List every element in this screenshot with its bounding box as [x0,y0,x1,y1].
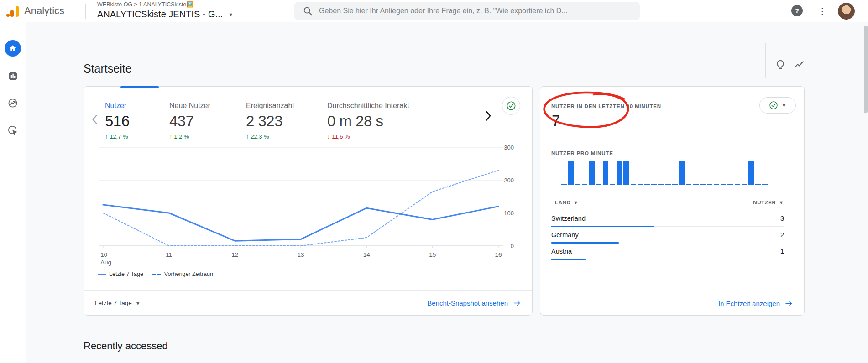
minute-bar [693,184,698,185]
active-metric-tab-indicator [120,86,159,88]
minute-bar [665,184,671,185]
metric-label: Neue Nutzer [169,102,240,110]
minute-bar [596,184,601,185]
svg-text:10: 10 [100,251,107,258]
minute-bar [727,184,733,185]
metric-label: Durchschnittliche Interakt [327,102,421,110]
realtime-user-count: 7 [552,112,560,130]
metric-col-3[interactable]: Durchschnittliche Interakt 0 m 28 s ↓ 11… [321,102,421,140]
svg-text:13: 13 [297,251,304,258]
svg-text:Aug.: Aug. [100,259,113,266]
insights-trend-icon[interactable] [793,58,806,71]
org-switcher-icon[interactable] [764,6,774,16]
svg-text:11: 11 [166,251,172,258]
user-avatar[interactable] [838,3,855,20]
minute-bar [623,161,629,185]
help-icon[interactable]: ? [791,5,803,16]
date-range-selector[interactable]: Letzte 7 Tage ▼ [95,300,141,306]
report-snapshot-link[interactable]: Bericht-Snapshot ansehen [427,299,521,307]
property-switcher[interactable]: ANALYTICSkiste JENTIS - G... ▼ [97,8,233,21]
svg-text:14: 14 [363,251,371,258]
caret-down-icon: ▼ [573,200,579,205]
dashed-line-swatch [152,274,161,275]
metric-delta: ↑ 12,7 % [105,133,163,140]
legend-item-current: Letzte 7 Tage [98,271,143,277]
minute-bar [721,184,726,185]
caret-down-icon: ▼ [136,301,141,306]
metrics-next-button[interactable] [485,110,492,123]
country-name: Austria [551,248,572,255]
metric-col-0[interactable]: Nutzer 516 ↑ 12,7 % [99,102,163,140]
metric-col-2[interactable]: Ereignisanzahl 2 323 ↑ 22,3 % [240,102,321,140]
more-options-icon[interactable]: ⋮ [818,5,826,17]
minute-bar [568,161,574,185]
metric-value: 437 [169,113,240,130]
svg-text:15: 15 [429,251,436,258]
caret-down-icon: ▼ [779,200,784,205]
svg-text:0: 0 [511,243,514,249]
chevron-left-icon [91,114,98,124]
arrow-up-icon: ↑ [105,133,108,140]
minute-bar [631,184,636,185]
users-trend-chart: 010020030010Aug.111213141516 [93,140,522,266]
minute-bar [686,184,691,185]
arrow-down-icon: ↓ [327,133,330,140]
page-title: Startseite [84,62,132,75]
country-users: 1 [780,248,784,255]
search-bar[interactable] [294,2,640,20]
minute-bar [707,184,712,185]
metric-delta: ↓ 11,6 % [327,133,421,140]
sidebar-item-home[interactable] [5,40,21,57]
realtime-country-row[interactable]: Austria1 [551,243,784,259]
data-quality-button[interactable] [502,97,520,115]
metric-value: 0 m 28 s [327,113,421,130]
minute-bar [755,184,761,185]
minute-bar-chart [560,161,769,185]
sidebar-item-explore[interactable] [5,95,21,111]
realtime-table-header: LAND ▼ NUTZER ▼ [551,200,784,210]
insights-lightbulb-icon[interactable] [774,58,787,71]
arrow-up-icon: ↑ [169,133,173,140]
realtime-country-row[interactable]: Germany2 [551,227,784,243]
country-bar [551,259,586,260]
minute-bar [603,161,608,185]
minute-bar [561,184,567,185]
minute-bar [658,184,664,185]
realtime-card: NUTZER IN DEN LETZTEN 30 MINUTEN 7 ▼ NUT… [540,86,805,316]
check-circle-icon [506,101,516,111]
country-column-sort[interactable]: LAND ▼ [555,200,579,205]
minute-bar [735,184,740,185]
users-column-sort[interactable]: NUTZER ▼ [753,200,784,205]
caret-down-icon: ▼ [782,103,787,108]
realtime-quality-button[interactable]: ▼ [759,97,796,114]
metric-label: Nutzer [105,102,163,110]
sidebar-item-advertising[interactable] [5,122,21,139]
realtime-view-link[interactable]: In Echtzeit anzeigen [718,299,793,308]
analytics-logo[interactable]: Analytics [6,0,64,22]
legend-item-previous: Vorheriger Zeitraum [152,271,214,277]
country-name: Germany [551,231,579,239]
sidebar-item-reports[interactable] [5,67,21,84]
arrow-up-icon: ↑ [246,133,249,140]
realtime-country-row[interactable]: Switzerland3 [551,210,784,227]
explore-icon [7,98,18,109]
metric-col-1[interactable]: Neue Nutzer 437 ↑ 1,2 % [163,102,240,140]
overview-card-footer: Letzte 7 Tage ▼ Bericht-Snapshot ansehen [84,290,532,315]
country-name: Switzerland [551,215,586,222]
analytics-logo-icon [6,5,19,17]
minute-bar [742,184,747,185]
metrics-prev-button[interactable] [91,114,98,126]
minute-bar [679,161,685,185]
search-input[interactable] [319,7,633,15]
breadcrumb[interactable]: WEBkiste OG > 1 ANALYTICSkiste🖼️ [97,1,233,8]
minute-bar [714,184,719,185]
metric-value: 516 [105,113,163,130]
country-users: 3 [780,215,784,222]
metric-delta: ↑ 1,2 % [169,133,240,140]
minute-bar [610,184,615,185]
vertical-scrollbar[interactable] [864,26,868,113]
advertising-icon [7,125,18,136]
minute-bar [748,161,754,185]
arrow-right-icon [784,299,793,308]
metric-value: 2 323 [246,113,321,130]
